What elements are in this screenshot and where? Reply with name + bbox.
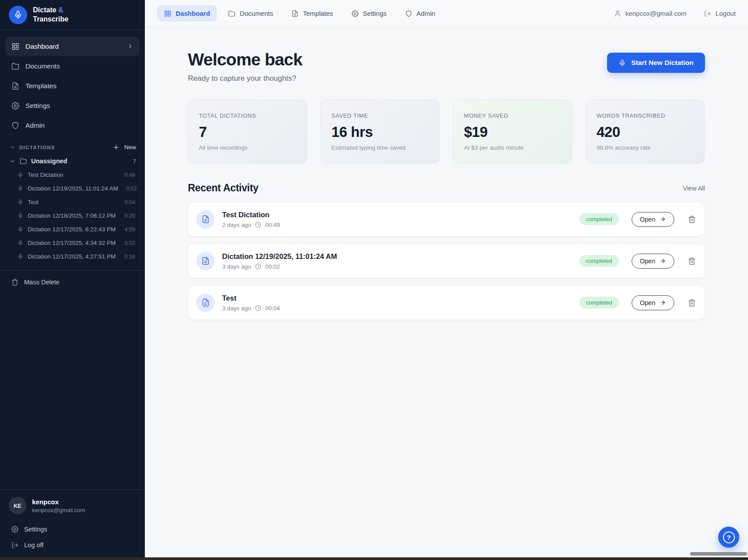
sidebar-item-label: Templates (25, 82, 57, 90)
start-new-dictation-label: Start New Dictation (631, 59, 694, 67)
divider (0, 270, 145, 271)
trash-icon (688, 215, 696, 223)
delete-button[interactable] (688, 257, 696, 265)
gear-icon (352, 10, 359, 17)
dictation-title: Dictation 12/17/2025, 6:22:43 PM (28, 226, 115, 233)
status-badge: completed (579, 255, 619, 267)
folder-count-badge: 7 (133, 158, 136, 165)
stat-card-saved-time: SAVED TIME 16 hrs Estimated typing time … (320, 100, 440, 164)
chevron-right-icon (127, 43, 133, 50)
open-button[interactable]: Open (632, 254, 674, 269)
dictation-title: Test (28, 199, 39, 205)
horizontal-scrollbar-thumb[interactable] (690, 552, 747, 556)
folder-name: Unassigned (31, 158, 67, 165)
new-dictation-button[interactable]: New (113, 144, 136, 151)
stat-subtext: Estimated typing time saved (331, 144, 429, 151)
brand-name-part2: Transcribe (33, 15, 68, 23)
delete-button[interactable] (688, 299, 696, 307)
gear-icon (11, 526, 18, 533)
stat-label: SAVED TIME (331, 112, 429, 119)
page-title: Welcome back (188, 50, 302, 69)
delete-button[interactable] (688, 215, 696, 223)
activity-title: Test Dictation (222, 211, 572, 219)
open-button[interactable]: Open (632, 212, 674, 227)
microphone-icon (18, 226, 23, 232)
dictation-list-item[interactable]: Dictation 12/17/2025, 4:34:32 PM 0:02 (5, 236, 140, 250)
user-name: kenpcox (32, 498, 85, 506)
main-area: Dashboard Documents Templates Settings A… (145, 0, 748, 560)
chevron-down-icon (10, 144, 15, 150)
tab-label: Dashboard (176, 10, 210, 17)
tab-documents[interactable]: Documents (221, 5, 280, 22)
activity-row-main: Test Dictation 2 days ago 00:49 (222, 211, 572, 228)
sidebar-item-label: Dashboard (25, 43, 59, 50)
folder-icon (228, 10, 235, 17)
new-dictation-label: New (124, 144, 136, 151)
dictation-duration: 0:16 (121, 254, 135, 260)
tab-templates[interactable]: Templates (284, 5, 340, 22)
stat-value: $19 (464, 124, 561, 140)
mass-delete-button[interactable]: Mass Delete (0, 274, 145, 290)
sidebar-footer-logoff-label: Log off (24, 542, 43, 549)
dictation-list-item[interactable]: Test Dictation 0:49 (5, 168, 140, 182)
activity-duration: 00:02 (265, 263, 280, 270)
stat-label: TOTAL DICTATIONS (199, 112, 296, 119)
open-label: Open (640, 216, 655, 223)
activity-age: 3 days ago (222, 305, 251, 312)
dictation-list-item[interactable]: Dictation 12/17/2025, 6:22:43 PM 4:59 (5, 223, 140, 236)
sidebar-footer-settings-label: Settings (24, 526, 47, 533)
view-all-link[interactable]: View All (683, 185, 705, 192)
microphone-icon (18, 213, 23, 219)
tab-settings[interactable]: Settings (345, 5, 394, 22)
dictation-title: Dictation 12/17/2025, 4:27:51 PM (28, 253, 115, 260)
dictation-duration: 0:02 (121, 240, 135, 246)
activity-duration: 00:04 (265, 305, 280, 312)
folder-unassigned[interactable]: Unassigned 7 (5, 151, 140, 168)
help-button[interactable]: ? (718, 527, 739, 548)
recent-activity-header: Recent Activity View All (188, 182, 705, 194)
logout-button[interactable]: Logout (704, 10, 736, 17)
activity-age: 2 days ago (222, 222, 251, 228)
page-subtitle: Ready to capture your thoughts? (188, 74, 302, 83)
sidebar-footer-logoff[interactable]: Log off (5, 537, 140, 553)
trash-icon (688, 257, 696, 265)
status-badge: completed (579, 297, 619, 309)
dictations-header[interactable]: DICTATIONS New (5, 144, 140, 151)
dictation-duration: 0:49 (121, 172, 135, 178)
grid-icon (164, 10, 171, 17)
arrow-right-icon (659, 258, 666, 264)
start-new-dictation-button[interactable]: Start New Dictation (607, 53, 705, 73)
dictation-list-item[interactable]: Dictation 12/17/2025, 4:27:51 PM 0:16 (5, 250, 140, 263)
tab-label: Settings (363, 10, 387, 17)
dictation-list-item[interactable]: Dictation 12/19/2025, 11:01:24 AM 0:02 (5, 182, 140, 195)
tab-dashboard[interactable]: Dashboard (157, 5, 217, 22)
open-button[interactable]: Open (632, 295, 674, 310)
sidebar-item-documents[interactable]: Documents (5, 56, 140, 76)
user-email: kenpcox@gmail.com (32, 507, 85, 513)
microphone-icon (619, 59, 626, 67)
open-label: Open (640, 258, 655, 265)
sidebar-item-admin[interactable]: Admin (5, 115, 140, 135)
stat-card-total-dictations: TOTAL DICTATIONS 7 All time recordings (188, 100, 307, 164)
folder-open-icon (20, 158, 27, 165)
sidebar-footer-settings[interactable]: Settings (5, 521, 140, 537)
stat-value: 420 (597, 124, 694, 140)
dictation-list-item[interactable]: Test 0:04 (5, 195, 140, 209)
file-icon (291, 10, 298, 17)
dictation-list-item[interactable]: Dictation 12/18/2025, 7:06:12 PM 0:20 (5, 209, 140, 223)
dictation-duration: 4:59 (121, 226, 135, 233)
sidebar-user[interactable]: KE kenpcox kenpcox@gmail.com (0, 489, 145, 518)
sidebar-item-label: Admin (25, 122, 45, 129)
sidebar-item-dashboard[interactable]: Dashboard (5, 36, 140, 56)
tab-admin[interactable]: Admin (398, 5, 442, 22)
sidebar-item-templates[interactable]: Templates (5, 76, 140, 96)
sidebar-item-settings[interactable]: Settings (5, 96, 140, 115)
sidebar: Dictate & Transcribe Dashboard Documents… (0, 0, 145, 560)
window-bottom-edge (0, 557, 748, 560)
sidebar-footer: Settings Log off (0, 518, 145, 560)
shield-icon (11, 122, 19, 129)
brand: Dictate & Transcribe (0, 0, 145, 30)
stat-subtext: 99.8% accuracy rate (597, 144, 694, 151)
dictations-header-label: DICTATIONS (19, 145, 55, 150)
topbar: Dashboard Documents Templates Settings A… (145, 0, 748, 27)
